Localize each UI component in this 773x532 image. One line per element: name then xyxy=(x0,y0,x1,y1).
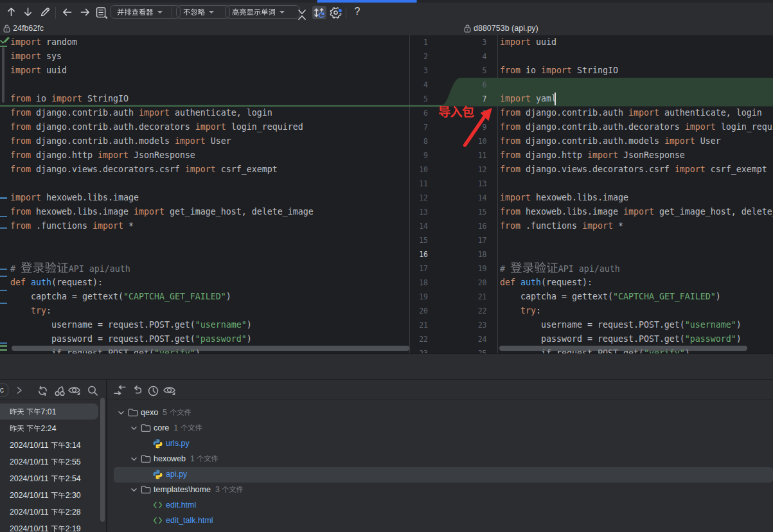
code-token: django.contrib.auth xyxy=(31,108,139,118)
show-diff-eye-icon[interactable] xyxy=(163,386,177,397)
search-icon[interactable] xyxy=(87,386,98,396)
code-token: User xyxy=(695,136,721,146)
change-stripe-modified[interactable] xyxy=(0,342,7,344)
code-token: username = request.POST.get( xyxy=(10,320,195,330)
code-token: "CAPTCHA_GET_FAILED" xyxy=(123,292,226,301)
preview-eye-icon[interactable] xyxy=(68,386,82,397)
line-number: 22 xyxy=(461,304,487,318)
left-editor[interactable]: import randomimport sysimport uuidfrom i… xyxy=(0,35,409,353)
revision-list-item[interactable]: 2024/10/11 2:30 xyxy=(0,487,106,504)
change-stripe-modified[interactable] xyxy=(0,227,7,229)
tree-folder-templates-home[interactable]: templates\home3 xyxy=(130,482,244,497)
collapse-unchanged-icon[interactable] xyxy=(298,10,306,20)
revision-list-item[interactable]: 2:24 xyxy=(0,420,106,437)
lock-icon xyxy=(464,24,471,33)
settings-gear-icon[interactable] xyxy=(330,6,342,19)
change-stripe-added[interactable] xyxy=(0,349,7,351)
revision-list-item[interactable]: 2024/10/11 2:19 xyxy=(0,520,106,532)
revision-list-item[interactable]: 2024/10/11 3:14 xyxy=(0,437,106,454)
line-number: 6 xyxy=(402,106,428,120)
right-editor-horizontal-scrollbar[interactable] xyxy=(499,346,747,351)
code-line: from django.views.decorators.csrf import… xyxy=(500,163,767,177)
code-token: import xyxy=(664,136,695,146)
tree-folder-hexoweb[interactable]: hexoweb1 xyxy=(130,451,218,466)
change-stripe-added[interactable] xyxy=(0,345,7,347)
show-changes-glasses-icon[interactable] xyxy=(54,386,66,397)
folder-file-count: 3 xyxy=(215,485,244,494)
undo-icon[interactable] xyxy=(132,386,143,396)
highlight-mode-dropdown[interactable] xyxy=(225,5,300,19)
inspections-ok-check-icon[interactable] xyxy=(0,36,10,45)
chevron-right-icon[interactable] xyxy=(15,386,23,395)
code-token: hexoweb.libs.image xyxy=(31,207,134,217)
change-stripe-modified[interactable] xyxy=(0,216,7,218)
revision-list-item[interactable]: 2024/10/11 2:28 xyxy=(0,504,106,520)
tree-file-api-py[interactable]: api.py xyxy=(143,466,187,482)
diff-panel-headers: 24fb62fc d880753b (api.py) xyxy=(0,21,773,35)
tree-folder-qexo[interactable]: qexo5 xyxy=(118,405,191,420)
left-editor-vertical-scrollbar[interactable] xyxy=(2,47,5,103)
code-token: django.contrib.auth.models xyxy=(31,136,175,146)
back-button[interactable] xyxy=(62,7,73,17)
code-token: from xyxy=(10,94,31,103)
history-panel-divider[interactable] xyxy=(106,380,107,532)
revision-list-scrollbar[interactable] xyxy=(100,398,105,522)
edit-source-button[interactable] xyxy=(40,6,51,17)
sync-scrolling-toggle[interactable] xyxy=(312,6,326,20)
change-stripe-modified[interactable] xyxy=(0,303,7,305)
chevron-down-icon xyxy=(209,11,214,13)
code-line: username = request.POST.get("username") xyxy=(10,318,252,332)
left-revision-hash: 24fb62fc xyxy=(13,24,44,33)
code-token: ) xyxy=(736,320,742,330)
tree-expand-chevron-icon[interactable] xyxy=(118,409,125,416)
change-stripe-modified[interactable] xyxy=(0,269,7,270)
tree-expand-chevron-icon[interactable] xyxy=(130,425,138,432)
code-token: (request): xyxy=(51,278,103,287)
tree-folder-core[interactable]: core1 xyxy=(130,420,202,436)
folder-icon xyxy=(141,485,151,494)
line-number: 18 xyxy=(402,276,428,290)
forward-button[interactable] xyxy=(80,7,91,17)
code-token: StringIO xyxy=(82,94,129,103)
line-number: 20 xyxy=(461,276,487,290)
code-token: import xyxy=(195,122,226,132)
refresh-icon[interactable] xyxy=(37,386,48,396)
code-line: import sys xyxy=(10,49,62,64)
line-number: 22 xyxy=(402,332,428,346)
code-token: django.http xyxy=(520,150,587,160)
line-number: 4 xyxy=(402,78,428,92)
change-stripe-modified[interactable] xyxy=(0,276,7,278)
revision-list-item[interactable]: 2024/10/11 2:54 xyxy=(0,470,106,487)
help-button[interactable]: ? xyxy=(353,4,362,19)
code-token: try xyxy=(10,306,46,315)
code-token: auth xyxy=(31,278,51,287)
revert-selection-icon[interactable] xyxy=(114,386,126,395)
tree-selected-row-highlight xyxy=(114,467,773,483)
file-name: api.py xyxy=(166,470,187,479)
folder-icon xyxy=(141,454,151,463)
tree-expand-chevron-icon[interactable] xyxy=(130,456,138,463)
previous-difference-button[interactable] xyxy=(6,6,17,17)
next-difference-button[interactable] xyxy=(22,6,33,17)
revision-list-item[interactable]: 2024/10/11 2:55 xyxy=(0,454,106,470)
compare-mode-icon[interactable] xyxy=(96,7,108,19)
code-line: import hexoweb.libs.image xyxy=(10,191,139,205)
tree-file-urls-py[interactable]: urls.py xyxy=(143,436,190,451)
line-number: 9 xyxy=(402,148,428,163)
left-editor-horizontal-scrollbar[interactable] xyxy=(12,346,409,351)
viewer-mode-dropdown[interactable] xyxy=(110,5,181,19)
filter-button-fragment[interactable]: c xyxy=(0,384,8,396)
right-editor[interactable]: import uuidfrom io import StringIOimport… xyxy=(498,35,773,353)
tree-file-edit-html[interactable]: edit.html xyxy=(143,497,196,513)
code-line: try: xyxy=(10,304,51,318)
change-stripe-modified[interactable] xyxy=(0,290,7,292)
recent-clock-icon[interactable] xyxy=(148,386,159,396)
tree-expand-chevron-icon[interactable] xyxy=(130,486,138,493)
html-file-icon xyxy=(153,517,163,524)
tree-file-edit-talk-html[interactable]: edit_talk.html xyxy=(143,513,213,528)
whitespace-mode-dropdown[interactable] xyxy=(176,5,230,19)
viewer-mode-label xyxy=(117,8,154,17)
change-stripe-modified[interactable] xyxy=(0,197,7,199)
revision-list-item[interactable]: 7:01 xyxy=(0,403,98,420)
code-token: from xyxy=(500,150,520,160)
